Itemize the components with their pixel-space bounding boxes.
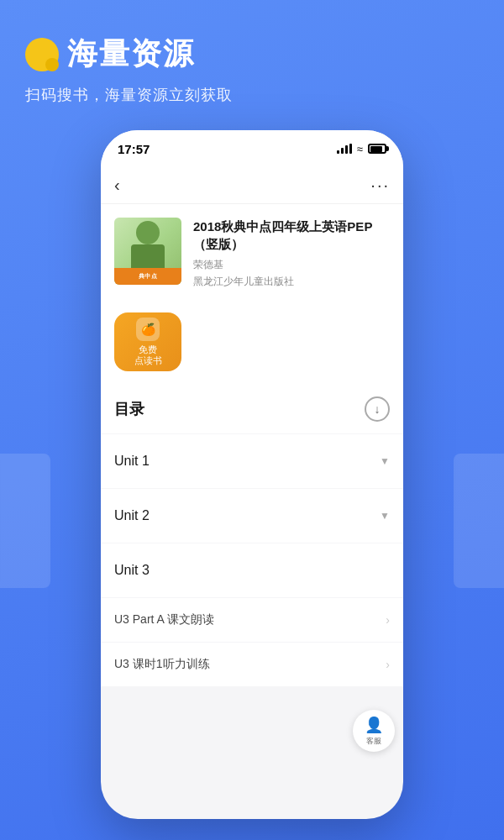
customer-service-label: 客服	[366, 736, 381, 747]
page-title: 海量资源	[67, 34, 195, 75]
cover-emblem	[136, 221, 160, 244]
phone-mockup: 17:57 ≈ ‹ ··· 典	[101, 130, 403, 819]
chevron-right-icon-1: ›	[386, 613, 390, 627]
unit-1-name: Unit 1	[114, 454, 150, 469]
read-button-icon: 🍊	[136, 318, 160, 341]
chevron-down-icon-2: ▼	[380, 510, 390, 522]
sub-unit-2-name: U3 课时1听力训练	[114, 657, 210, 672]
header-title-row: 海量资源	[25, 34, 233, 75]
unit-2-name: Unit 2	[114, 508, 150, 523]
unit-3-name: Unit 3	[114, 563, 150, 578]
sub-unit-item-1[interactable]: U3 Part A 课文朗读 ›	[101, 598, 403, 642]
catalog-title: 目录	[114, 399, 144, 419]
signal-icon	[337, 144, 352, 154]
sub-unit-1-name: U3 Part A 课文朗读	[114, 612, 214, 627]
chevron-right-icon-2: ›	[386, 658, 390, 671]
status-time: 17:57	[118, 142, 150, 156]
book-info-section: 典中点 2018秋典中点四年级上英语PEP（竖版） 荣德基 黑龙江少年儿童出版社	[101, 204, 403, 302]
sub-unit-item-2[interactable]: U3 课时1听力训练 ›	[101, 643, 403, 686]
catalog-section: 目录 ↓ Unit 1 ▼ Unit 2 ▼ Unit 3 U3 Part A …	[101, 385, 403, 819]
book-details: 2018秋典中点四年级上英语PEP（竖版） 荣德基 黑龙江少年儿童出版社	[193, 218, 390, 289]
customer-service-icon: 👤	[365, 716, 383, 734]
more-button[interactable]: ···	[370, 176, 390, 195]
header-area: 海量资源 扫码搜书，海量资源立刻获取	[25, 34, 233, 105]
book-author: 荣德基	[193, 258, 390, 272]
read-button-area: 🍊 免费 点读书	[101, 302, 403, 385]
status-bar: 17:57 ≈	[101, 130, 403, 167]
catalog-header: 目录 ↓	[101, 385, 403, 433]
read-button-label: 免费 点读书	[134, 344, 162, 366]
unit-item-3[interactable]: Unit 3	[101, 543, 403, 597]
nav-bar: ‹ ···	[101, 167, 403, 204]
page-subtitle: 扫码搜书，海量资源立刻获取	[25, 85, 233, 105]
back-button[interactable]: ‹	[114, 176, 120, 195]
book-title: 2018秋典中点四年级上英语PEP（竖版）	[193, 218, 390, 253]
customer-service-button[interactable]: 👤 客服	[353, 710, 395, 752]
book-publisher: 黑龙江少年儿童出版社	[193, 275, 390, 289]
download-button[interactable]: ↓	[365, 396, 390, 422]
status-icons: ≈	[337, 143, 386, 155]
bg-decoration-left	[0, 454, 50, 588]
cover-strip: 典中点	[114, 268, 181, 285]
wifi-icon: ≈	[357, 143, 363, 155]
unit-item-2[interactable]: Unit 2 ▼	[101, 489, 403, 543]
chevron-down-icon-1: ▼	[380, 455, 390, 467]
bg-decoration-right	[454, 454, 504, 588]
read-button[interactable]: 🍊 免费 点读书	[114, 312, 181, 371]
unit-item-1[interactable]: Unit 1 ▼	[101, 434, 403, 488]
book-cover: 典中点	[114, 218, 181, 285]
battery-icon	[368, 144, 386, 154]
sun-icon	[25, 38, 59, 71]
